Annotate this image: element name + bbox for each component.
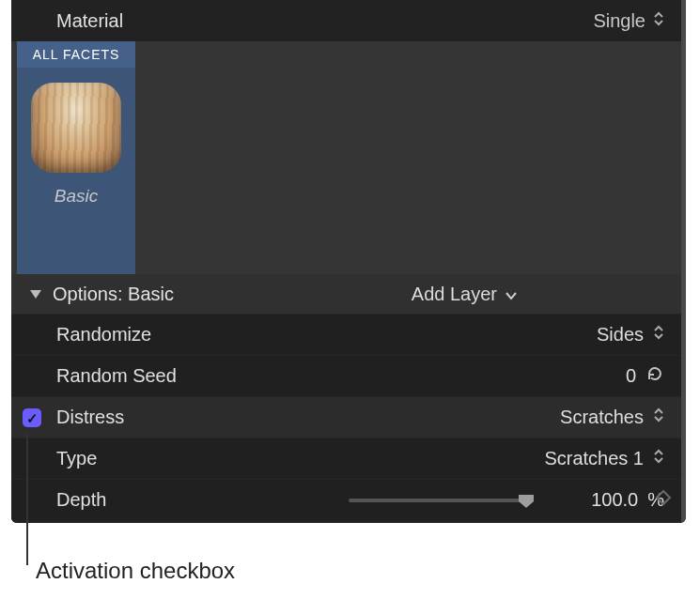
stepper-updown-icon xyxy=(653,10,664,32)
material-swatch[interactable] xyxy=(31,83,121,173)
checkmark-icon: ✓ xyxy=(26,411,39,425)
row-distress: ✓ Distress Scratches xyxy=(11,396,681,438)
options-header: Options: Basic Add Layer xyxy=(11,274,681,314)
add-layer-dropdown[interactable]: Add Layer xyxy=(412,284,518,305)
facets-tab-all[interactable]: ALL FACETS xyxy=(17,41,135,68)
callout-line xyxy=(26,434,28,565)
disclosure-triangle-icon[interactable] xyxy=(28,285,43,306)
material-label: Material xyxy=(56,10,593,32)
facet-tile-selected[interactable]: ALL FACETS Basic xyxy=(17,41,135,274)
material-swatch-label: Basic xyxy=(54,186,98,207)
slider-track xyxy=(349,499,533,502)
depth-value[interactable]: 100.0 xyxy=(572,489,638,511)
type-label: Type xyxy=(56,448,518,469)
distress-label: Distress xyxy=(56,407,518,428)
inspector-panel: Material Single ALL FACETS Basic Options… xyxy=(11,0,686,523)
options-title: Options: Basic xyxy=(53,284,412,305)
row-random-seed: Random Seed 0 xyxy=(11,355,681,396)
row-type: Type Scratches 1 xyxy=(11,438,681,479)
random-seed-value[interactable]: 0 xyxy=(570,365,636,387)
depth-slider[interactable] xyxy=(349,491,533,510)
keyframe-diamond-icon[interactable] xyxy=(655,489,672,511)
random-seed-label: Random Seed xyxy=(56,365,518,387)
distress-activation-checkbox[interactable]: ✓ xyxy=(23,408,41,427)
type-value: Scratches 1 xyxy=(544,448,644,469)
material-mode-dropdown[interactable]: Single xyxy=(593,10,664,32)
type-dropdown[interactable]: Scratches 1 xyxy=(518,448,664,469)
chevron-down-icon xyxy=(505,284,518,305)
randomize-label: Randomize xyxy=(56,324,518,346)
material-header-row: Material Single xyxy=(11,0,681,41)
stepper-updown-icon xyxy=(653,448,664,469)
randomize-dropdown[interactable]: Sides xyxy=(518,324,664,346)
material-mode-value: Single xyxy=(593,10,646,32)
add-layer-label: Add Layer xyxy=(412,284,497,305)
distress-dropdown[interactable]: Scratches xyxy=(518,407,664,428)
stepper-updown-icon xyxy=(653,324,664,346)
slider-thumb-icon[interactable] xyxy=(518,493,535,514)
callout-label: Activation checkbox xyxy=(36,558,235,584)
facets-well: ALL FACETS Basic xyxy=(11,41,681,274)
refresh-icon[interactable] xyxy=(646,364,664,388)
randomize-value: Sides xyxy=(597,324,644,346)
panel-divider xyxy=(681,0,686,523)
row-randomize: Randomize Sides xyxy=(11,314,681,355)
depth-label: Depth xyxy=(56,489,349,511)
row-depth: Depth 100.0 % xyxy=(11,479,681,520)
distress-value: Scratches xyxy=(560,407,644,428)
stepper-updown-icon xyxy=(653,407,664,428)
inspector-inner: Material Single ALL FACETS Basic Options… xyxy=(11,0,681,523)
